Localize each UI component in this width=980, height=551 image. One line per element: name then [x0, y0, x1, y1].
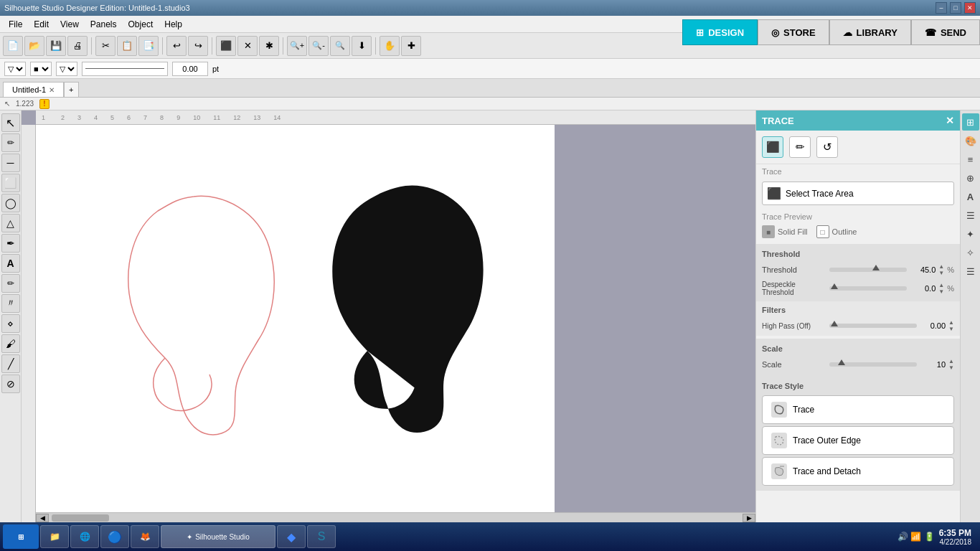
paint-tool[interactable]: 🖌 [1, 334, 20, 353]
zoom-fit-button[interactable]: 🔍 [330, 36, 350, 56]
trace-icon-undo-button[interactable]: ↺ [816, 136, 838, 158]
threshold-up-icon[interactable]: ▲ [938, 263, 944, 270]
threshold-thumb[interactable] [872, 265, 880, 270]
scroll-right-button[interactable]: ▶ [743, 514, 755, 522]
despeckle-down-icon[interactable]: ▼ [938, 288, 944, 295]
right-icon-paint[interactable]: 🎨 [962, 132, 979, 149]
rect-tool[interactable]: ⬜ [1, 174, 20, 192]
paste-button[interactable]: 📑 [138, 36, 159, 56]
shape-select[interactable]: ▽ [4, 62, 26, 76]
close-button[interactable]: ✕ [964, 2, 976, 14]
zoom-actual-button[interactable]: ⬇ [352, 36, 372, 56]
save-button[interactable]: 💾 [46, 36, 66, 56]
menu-object[interactable]: Object [123, 18, 159, 31]
despeckle-up-icon[interactable]: ▲ [938, 282, 944, 288]
eraser-tool[interactable]: 〃 [1, 294, 20, 313]
cut-button[interactable]: ✂ [95, 36, 116, 56]
menu-view[interactable]: View [55, 18, 85, 31]
right-icon-text[interactable]: A [962, 188, 979, 205]
menu-panels[interactable]: Panels [85, 18, 123, 31]
scale-thumb[interactable] [838, 359, 845, 365]
taskbar-firefox[interactable]: 🦊 [131, 525, 159, 548]
select-tool[interactable]: ↖ [1, 113, 20, 132]
menu-help[interactable]: Help [159, 18, 188, 31]
stroke-style-select[interactable]: ▽ [56, 62, 77, 76]
select-button[interactable]: ⬛ [216, 36, 236, 56]
despeckle-track[interactable] [829, 286, 907, 291]
line-tool[interactable]: ─ [1, 154, 20, 172]
menu-file[interactable]: File [3, 18, 28, 31]
select-trace-area-button[interactable]: ⬛ Select Trace Area [762, 182, 954, 205]
new-button[interactable]: 📄 [3, 36, 23, 56]
highpass-thumb[interactable] [831, 321, 838, 326]
highpass-track[interactable] [829, 324, 917, 328]
solid-fill-option[interactable]: ■ Solid Fill [762, 225, 808, 238]
eyedropper-tool[interactable]: ⊘ [1, 375, 20, 393]
knife-tool[interactable]: ⋄ [1, 314, 20, 333]
trace-detach-button[interactable]: Trace and Detach [762, 457, 954, 486]
crop-tool[interactable]: ╱ [1, 354, 20, 373]
taskbar-chrome[interactable]: 🔵 [100, 525, 129, 548]
right-icon-menu[interactable]: ☰ [962, 207, 979, 224]
pan-button[interactable]: ✋ [380, 36, 400, 56]
taskbar-app-blue[interactable]: ◆ [277, 525, 306, 548]
text-tool[interactable]: A [1, 254, 20, 273]
pen-tool[interactable]: ✒ [1, 234, 20, 253]
minimize-button[interactable]: – [936, 2, 947, 14]
open-button[interactable]: 📂 [24, 36, 44, 56]
menu-edit[interactable]: Edit [28, 18, 55, 31]
highpass-arrows[interactable]: ▲ ▼ [948, 319, 954, 332]
add-page-button[interactable]: ✚ [401, 36, 421, 56]
despeckle-arrows[interactable]: ▲ ▼ [938, 282, 944, 295]
nav-design-button[interactable]: ⊞ DESIGN [682, 19, 758, 45]
trace-icon-draw-button[interactable]: ✏ [789, 136, 811, 158]
tab-add-button[interactable]: + [64, 82, 78, 97]
right-icon-star[interactable]: ✦ [962, 225, 979, 242]
scroll-thumb[interactable] [52, 514, 109, 522]
start-button[interactable]: ⊞ [3, 524, 39, 549]
right-icon-add[interactable]: ⊕ [962, 169, 979, 187]
horizontal-scrollbar[interactable]: ◀ ▶ [36, 512, 755, 522]
tab-close-button[interactable]: ✕ [49, 86, 55, 94]
polygon-tool[interactable]: △ [1, 214, 20, 232]
highpass-up-icon[interactable]: ▲ [948, 319, 954, 326]
trace-icon-select-button[interactable]: ⬛ [762, 136, 783, 158]
trace-outer-edge-button[interactable]: Trace Outer Edge [762, 426, 954, 455]
copy-button[interactable]: 📋 [117, 36, 137, 56]
threshold-arrows[interactable]: ▲ ▼ [938, 263, 944, 276]
stroke-color-select[interactable]: ■ [30, 62, 52, 76]
ellipse-tool[interactable]: ◯ [1, 194, 20, 212]
tab-untitled1[interactable]: Untitled-1 ✕ [3, 82, 64, 97]
outline-option[interactable]: □ Outline [816, 225, 857, 238]
right-icon-layers[interactable]: ≡ [962, 151, 979, 168]
scale-up-icon[interactable]: ▲ [948, 358, 954, 364]
right-icon-sparkle[interactable]: ✧ [962, 244, 979, 261]
right-icon-grid[interactable]: ⊞ [962, 113, 979, 131]
nav-send-button[interactable]: ☎ SEND [911, 19, 980, 45]
transform-button[interactable]: ✱ [259, 36, 279, 56]
zoom-in-button[interactable]: 🔍+ [287, 36, 307, 56]
right-icon-list[interactable]: ☰ [962, 263, 979, 280]
zoom-out-button[interactable]: 🔍- [308, 36, 329, 56]
threshold-track[interactable] [829, 268, 907, 272]
threshold-down-icon[interactable]: ▼ [938, 270, 944, 276]
delete-button[interactable]: ✕ [237, 36, 258, 56]
nav-store-button[interactable]: ◎ STORE [758, 19, 829, 45]
scale-track[interactable] [829, 362, 917, 367]
maximize-button[interactable]: □ [950, 2, 961, 14]
taskbar-app-s[interactable]: S [307, 525, 336, 548]
despeckle-thumb[interactable] [831, 283, 838, 289]
trace-button[interactable]: Trace [762, 395, 954, 424]
highpass-down-icon[interactable]: ▼ [948, 326, 954, 332]
scroll-left-button[interactable]: ◀ [36, 514, 49, 522]
draw-tool[interactable]: ✏ [1, 133, 20, 152]
canvas[interactable] [36, 125, 555, 522]
redo-button[interactable]: ↪ [188, 36, 208, 56]
trace-panel-close-button[interactable]: ✕ [946, 115, 954, 126]
scale-arrows[interactable]: ▲ ▼ [948, 358, 954, 371]
taskbar-ie[interactable]: 🌐 [70, 525, 99, 548]
taskbar-silhouette[interactable]: ✦ Silhouette Studio [161, 525, 275, 548]
edit-tool[interactable]: ✏ [1, 274, 20, 293]
nav-library-button[interactable]: ☁ LIBRARY [829, 19, 911, 45]
stroke-width-input[interactable] [172, 62, 208, 76]
